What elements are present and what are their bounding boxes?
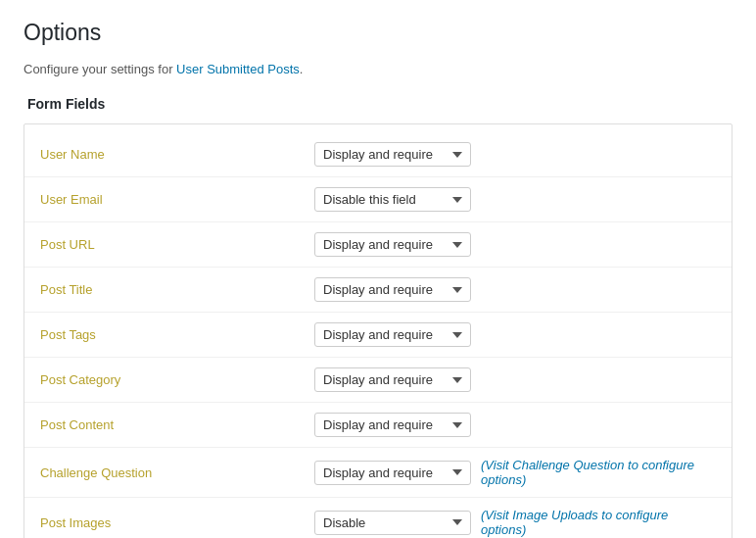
- label-user-name: User Name: [40, 147, 314, 162]
- form-row-post-category: Post CategoryDisplay and requireDisplay …: [24, 358, 732, 403]
- form-row-user-name: User NameDisplay and requireDisplay only…: [24, 132, 732, 177]
- form-row-post-content: Post ContentDisplay and requireDisplay o…: [24, 403, 732, 448]
- form-row-post-title: Post TitleDisplay and requireDisplay onl…: [24, 268, 732, 313]
- select-user-email[interactable]: Display and requireDisplay onlyDisable t…: [314, 187, 471, 212]
- label-challenge-question: Challenge Question: [40, 465, 314, 480]
- form-row-post-images: Post ImagesDisableDisplay and requireDis…: [24, 498, 732, 538]
- select-challenge-question[interactable]: Display and requireDisplay onlyDisable t…: [314, 461, 471, 485]
- label-post-title: Post Title: [40, 282, 314, 297]
- select-post-images[interactable]: DisableDisplay and requireDisplay only: [314, 511, 471, 535]
- configure-prefix: Configure your settings for: [24, 62, 176, 76]
- label-post-content: Post Content: [40, 417, 314, 432]
- form-row-post-tags: Post TagsDisplay and requireDisplay only…: [24, 313, 732, 358]
- configure-text: Configure your settings for User Submitt…: [24, 62, 732, 76]
- form-fields-container: User NameDisplay and requireDisplay only…: [24, 123, 732, 538]
- form-row-post-url: Post URLDisplay and requireDisplay onlyD…: [24, 222, 732, 268]
- config-link-challenge-question[interactable]: (Visit Challenge Question to configure o…: [481, 458, 716, 487]
- select-post-tags[interactable]: Display and requireDisplay onlyDisable t…: [314, 322, 471, 347]
- label-user-email: User Email: [40, 192, 314, 207]
- select-post-title[interactable]: Display and requireDisplay onlyDisable t…: [314, 277, 471, 302]
- config-link-post-images[interactable]: (Visit Image Uploads to configure option…: [481, 508, 716, 537]
- label-post-url: Post URL: [40, 237, 314, 252]
- configure-link[interactable]: User Submitted Posts: [176, 62, 300, 76]
- select-post-category[interactable]: Display and requireDisplay onlyDisable t…: [314, 367, 471, 392]
- select-user-name[interactable]: Display and requireDisplay onlyDisable t…: [314, 142, 471, 167]
- form-row-challenge-question: Challenge QuestionDisplay and requireDis…: [24, 448, 732, 498]
- form-row-user-email: User EmailDisplay and requireDisplay onl…: [24, 177, 732, 222]
- select-post-content[interactable]: Display and requireDisplay onlyDisable t…: [314, 413, 471, 437]
- page-title: Options: [24, 20, 732, 46]
- section-title: Form Fields: [24, 96, 732, 112]
- label-post-category: Post Category: [40, 372, 314, 387]
- label-post-images: Post Images: [40, 515, 314, 530]
- configure-suffix: .: [300, 62, 304, 76]
- select-post-url[interactable]: Display and requireDisplay onlyDisable t…: [314, 232, 471, 257]
- label-post-tags: Post Tags: [40, 327, 314, 342]
